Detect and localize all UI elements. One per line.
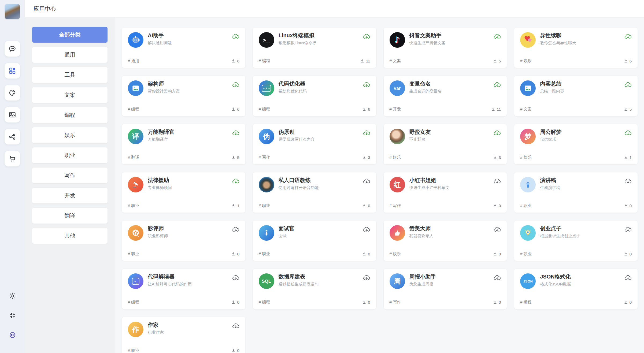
app-card-top: 面试官 面试 xyxy=(259,225,370,241)
download-count-value: 11 xyxy=(497,107,501,112)
category-item-1[interactable]: 通用 xyxy=(32,47,108,63)
download-count-value: 1 xyxy=(630,155,632,160)
app-card[interactable]: 架构师 帮你设计架构方案 # 编程 6 xyxy=(122,76,245,116)
app-card[interactable]: 演讲稿 生成演讲稿 # 职业 0 xyxy=(514,172,638,213)
category-item-6[interactable]: 职业 xyxy=(32,147,108,163)
app-card[interactable]: </> 代码优化器 帮助您优化代码 # 编程 6 xyxy=(253,76,376,116)
app-card[interactable]: var 变量命名 生成合适的变量名 # 开发 11 xyxy=(384,76,507,116)
download-icon xyxy=(624,59,628,63)
cloud-download-icon[interactable] xyxy=(232,33,239,41)
cloud-download-icon[interactable] xyxy=(363,226,370,234)
cloud-download-icon[interactable] xyxy=(494,177,501,186)
download-icon xyxy=(362,107,367,112)
app-card-bottom: # 职业 0 xyxy=(520,203,632,208)
app-download-count: 0 xyxy=(362,252,370,256)
app-tag: # 职业 xyxy=(520,251,532,257)
app-card[interactable]: JSON JSON格式化 格式化JSON数据 # 编程 0 xyxy=(514,269,638,309)
app-card[interactable]: 影评师 职业影评师 # 职业 0 xyxy=(122,221,245,261)
cloud-download-icon[interactable] xyxy=(624,274,632,282)
app-card[interactable]: 创业点子 根据要求生成创业点子 # 职业 0 xyxy=(514,221,638,261)
palette-icon[interactable] xyxy=(5,85,20,101)
app-text: 变量命名 生成合适的变量名 xyxy=(409,80,492,94)
cloud-download-icon[interactable] xyxy=(363,33,370,41)
app-desc: 需要我改写什么内容 xyxy=(279,137,361,142)
code-icon: </> xyxy=(259,80,274,96)
user-avatar[interactable] xyxy=(5,4,20,19)
cloud-download-icon[interactable] xyxy=(624,226,632,234)
var-icon: var xyxy=(390,80,405,96)
app-card-top: 作 作家 职业作家 xyxy=(128,322,239,337)
app-card[interactable]: 译 万能翻译官 万能翻译官 # 翻译 5 xyxy=(122,124,245,164)
app-card[interactable]: AI助手 解决通用问题 # 通用 6 xyxy=(122,28,245,68)
app-card[interactable]: 私人口语教练 使用时请打开语音功能 # 职业 0 xyxy=(253,172,376,213)
app-desc: 使用时请打开语音功能 xyxy=(279,185,361,190)
cloud-download-icon[interactable] xyxy=(232,177,239,186)
download-count-value: 11 xyxy=(366,59,370,63)
cloud-download-icon[interactable] xyxy=(624,129,632,138)
cloud-download-icon[interactable] xyxy=(232,129,239,138)
cloud-download-icon[interactable] xyxy=(232,274,239,282)
cloud-download-icon[interactable] xyxy=(624,177,632,186)
settings-gear-icon[interactable] xyxy=(8,331,16,339)
cloud-download-icon[interactable] xyxy=(494,274,501,282)
app-download-count: 0 xyxy=(231,300,239,304)
app-card[interactable]: 法律援助 专业律师顾问 # 职业 1 xyxy=(122,172,245,213)
cloud-download-icon[interactable] xyxy=(494,33,501,41)
cloud-download-icon[interactable] xyxy=(363,274,370,282)
cloud-download-icon[interactable] xyxy=(363,177,370,186)
app-card[interactable]: 作 作家 职业作家 # 职业 0 xyxy=(122,317,245,353)
category-item-7[interactable]: 写作 xyxy=(32,168,108,183)
app-card[interactable]: ♥♥ 异性续聊 教你怎么与异性聊天 # 娱乐 6 xyxy=(514,28,638,68)
app-title: JSON格式化 xyxy=(540,274,623,280)
category-item-3[interactable]: 文案 xyxy=(32,87,108,103)
download-icon xyxy=(493,155,497,160)
chat-icon[interactable] xyxy=(5,41,20,57)
app-tag: # 职业 xyxy=(128,348,139,353)
cloud-download-icon[interactable] xyxy=(494,129,501,138)
app-card-top: >_ 代码解读器 让AI解释每步代码的作用 xyxy=(128,273,239,289)
cloud-download-icon[interactable] xyxy=(624,81,632,89)
category-item-9[interactable]: 翻译 xyxy=(32,208,108,224)
image-icon[interactable] xyxy=(5,107,20,122)
app-card[interactable]: 内容总结 总结一段内容 # 文案 5 xyxy=(514,76,638,116)
cloud-download-icon[interactable] xyxy=(363,81,370,89)
app-card[interactable]: 红 小红书姐姐 快速生成小红书种草文 # 写作 0 xyxy=(384,172,507,213)
app-desc: 职业作家 xyxy=(148,330,231,335)
app-card[interactable]: SQL 数据库建表 通过描述生成建表语句 # 编程 0 xyxy=(253,269,376,309)
cloud-download-icon[interactable] xyxy=(494,81,501,89)
app-card-bottom: # 编程 0 xyxy=(259,300,370,305)
thumbs-up-icon xyxy=(390,225,405,241)
category-item-0[interactable]: 全部分类 xyxy=(32,27,108,43)
app-card[interactable]: 伪 伪原创 需要我改写什么内容 # 写作 3 xyxy=(253,124,376,164)
download-count-value: 6 xyxy=(630,59,632,63)
category-item-2[interactable]: 工具 xyxy=(32,67,108,83)
download-count-value: 5 xyxy=(499,59,501,63)
cart-icon[interactable] xyxy=(5,151,20,166)
app-card[interactable]: 赞美大师 我就喜欢夸人 # 娱乐 0 xyxy=(384,221,507,261)
app-card[interactable]: >_ Linux终端模拟 帮您模拟Linux命令行 # 编程 11 xyxy=(253,28,376,68)
app-card[interactable]: 梦 周公解梦 仅供娱乐 # 娱乐 1 xyxy=(514,124,638,164)
category-item-4[interactable]: 编程 xyxy=(32,107,108,123)
cloud-download-icon[interactable] xyxy=(624,33,632,41)
app-card[interactable]: ♪ 抖音文案助手 快速生成产抖音文案 # 文案 5 xyxy=(384,28,507,68)
collapse-icon[interactable] xyxy=(9,312,16,319)
app-card[interactable]: 面试官 面试 # 职业 0 xyxy=(253,221,376,261)
cloud-download-icon[interactable] xyxy=(232,322,239,330)
app-card[interactable]: 野蛮女友 不止野蛮 # 娱乐 3 xyxy=(384,124,507,164)
category-item-8[interactable]: 开发 xyxy=(32,188,108,203)
app-card[interactable]: 周 周报小助手 为您生成周报 # 写作 0 xyxy=(384,269,507,309)
app-download-count: 5 xyxy=(624,107,632,112)
app-desc: 为您生成周报 xyxy=(409,282,492,287)
category-item-5[interactable]: 娱乐 xyxy=(32,127,108,143)
cloud-download-icon[interactable] xyxy=(232,81,239,89)
app-card-top: </> 代码优化器 帮助您优化代码 xyxy=(259,80,370,96)
cloud-download-icon[interactable] xyxy=(232,226,239,234)
sun-icon[interactable] xyxy=(8,292,16,300)
cloud-download-icon[interactable] xyxy=(494,226,501,234)
app-card[interactable]: >_ 代码解读器 让AI解释每步代码的作用 # 编程 0 xyxy=(122,269,245,309)
cloud-download-icon[interactable] xyxy=(363,129,370,138)
apps-icon[interactable] xyxy=(5,63,20,79)
app-desc: 不止野蛮 xyxy=(409,137,492,142)
share-icon[interactable] xyxy=(5,129,20,144)
category-item-10[interactable]: 其他 xyxy=(32,228,108,244)
